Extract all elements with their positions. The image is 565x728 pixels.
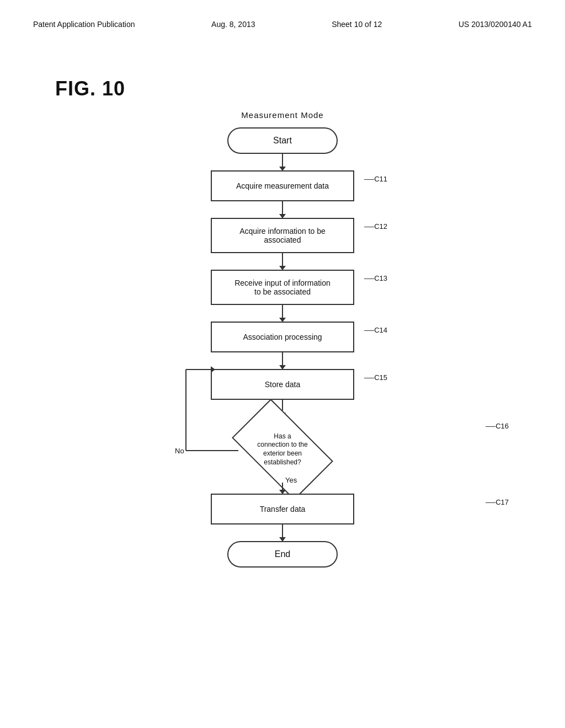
mode-label: Measurement Mode [241,110,323,120]
step-c13-ref: C13 [374,274,387,282]
fig-label: FIG. 10 [55,77,125,100]
arrow-1 [282,154,283,170]
step-c14-ref: C14 [374,326,387,334]
step-c14: Association processing [211,322,354,352]
step-c17-container: Transfer data C17 [89,494,476,524]
page-header: Patent Application Publication Aug. 8, 2… [33,20,532,29]
header-left: Patent Application Publication [33,20,135,29]
flowchart: Measurement Mode Start Acquire measureme… [0,110,565,568]
header-date: Aug. 8, 2013 [211,20,255,29]
arrow-end-wrap [89,524,476,541]
step-c12-label: Acquire information to be associated [239,227,326,244]
step-c13-label: Receive input of information to be assoc… [234,279,331,296]
decision-diamond: Has aconnection to theexterior beenestab… [227,416,338,483]
arrow-5 [282,352,283,369]
arrow-yes [282,483,283,494]
step-c17-label: Transfer data [260,505,306,513]
step-c16-ref: C16 [495,422,509,430]
step-c11-container: Acquire measurement data C11 [211,170,354,201]
header-patent: US 2013/0200140 A1 [459,20,532,29]
decision-wrap: Has aconnection to theexterior beenestab… [89,416,476,483]
start-label: Start [273,136,292,146]
start-node: Start [227,127,338,154]
step-c17-ref: C17 [495,498,509,506]
end-node-wrap: End [89,541,476,568]
step-c14-container: Association processing C14 [211,322,354,352]
step-c11: Acquire measurement data [211,170,354,201]
step-c15-container: Store data C15 [211,369,354,400]
step-c14-label: Association processing [243,333,322,341]
step-c15-label: Store data [265,380,301,389]
arrow-2 [282,201,283,218]
end-node: End [227,541,338,568]
combined-section: Has aconnection to theexterior beenestab… [89,400,476,568]
decision-text: Has aconnection to theexterior beenestab… [247,432,318,467]
yes-label: Yes [285,476,297,484]
end-label: End [275,549,290,559]
step-c12: Acquire information to be associated [211,218,354,253]
step-c15-ref: C15 [374,373,387,382]
step-c12-container: Acquire information to be associated C12 [211,218,354,253]
step-c17: Transfer data [211,494,354,524]
flowchart-wrap: Start Acquire measurement data C11 Acqui… [89,127,476,568]
no-label: No [175,447,184,455]
arrow-end [282,524,283,541]
arrow-4 [282,305,283,322]
step-c12-ref: C12 [374,222,387,231]
step-c11-label: Acquire measurement data [236,181,329,190]
combined-inner: Has aconnection to theexterior beenestab… [89,400,476,568]
yes-arrow-wrap [89,483,476,494]
step-c13-container: Receive input of information to be assoc… [211,270,354,305]
step-c13: Receive input of information to be assoc… [211,270,354,305]
step-c11-ref: C11 [374,175,387,183]
step-c15: Store data [211,369,354,400]
arrow-3 [282,253,283,270]
header-sheet: Sheet 10 of 12 [332,20,382,29]
